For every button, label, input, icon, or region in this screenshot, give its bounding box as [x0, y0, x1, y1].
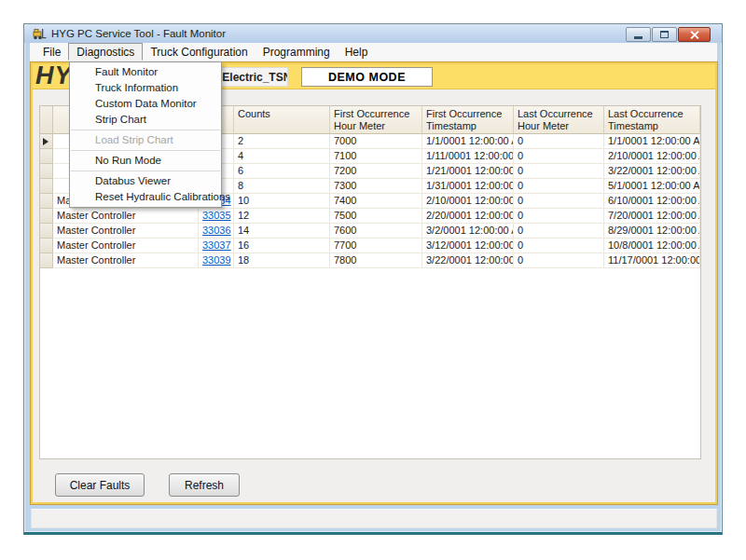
cell-first_ts[interactable]: 1/21/0001 12:00:00 AM: [422, 164, 514, 179]
maximize-button[interactable]: [652, 27, 677, 42]
cell-last_ts[interactable]: 8/29/0001 12:00:00 AM: [604, 224, 700, 239]
app-window: HYG PC Service Tool - Fault Monitor File…: [23, 23, 723, 535]
cell-last_hour[interactable]: 0: [514, 253, 604, 268]
fault-code-link[interactable]: 33037: [202, 239, 231, 251]
menu-item-diagnostics[interactable]: Diagnostics: [68, 43, 143, 61]
column-header-last_hour[interactable]: Last Occurrence Hour Meter: [514, 106, 604, 134]
menu-separator: [71, 171, 220, 171]
dropdown-item-fault-monitor[interactable]: Fault Monitor: [70, 64, 221, 80]
cell-first_ts[interactable]: 3/2/0001 12:00:00 AM: [422, 224, 514, 239]
cell-first_hour[interactable]: 7600: [330, 224, 422, 239]
column-header-last_ts[interactable]: Last Occurrence Timestamp: [604, 106, 700, 134]
row-header-cell[interactable]: [40, 253, 53, 268]
cell-code[interactable]: 33035: [199, 209, 234, 224]
cell-first_hour[interactable]: 7000: [330, 134, 422, 149]
cell-last_ts[interactable]: 7/20/0001 12:00:00 AM: [604, 209, 700, 224]
cell-source[interactable]: Master Controller: [53, 239, 199, 253]
dropdown-item-truck-information[interactable]: Truck Information: [70, 80, 221, 96]
cell-last_ts[interactable]: 1/1/0001 12:00:00 AM: [604, 134, 700, 149]
cell-counts[interactable]: 16: [234, 239, 330, 253]
fault-code-link[interactable]: 33039: [202, 254, 231, 266]
table-row[interactable]: Master Controller330361476003/2/0001 12:…: [40, 224, 700, 239]
fault-code-link[interactable]: 33036: [202, 225, 231, 236]
refresh-button[interactable]: Refresh: [169, 473, 240, 497]
cell-last_hour[interactable]: 0: [514, 149, 604, 164]
column-header-first_hour[interactable]: First Occurrence Hour Meter: [330, 106, 422, 134]
diagnostics-dropdown-menu: Fault MonitorTruck InformationCustom Dat…: [69, 61, 222, 208]
cell-last_hour[interactable]: 0: [514, 194, 604, 209]
dropdown-item-custom-data-monitor[interactable]: Custom Data Monitor: [70, 96, 221, 112]
cell-first_hour[interactable]: 7500: [330, 209, 422, 224]
cell-first_hour[interactable]: 7300: [330, 179, 422, 194]
cell-code[interactable]: 33036: [199, 224, 234, 239]
cell-counts[interactable]: 6: [234, 164, 330, 179]
cell-first_hour[interactable]: 7200: [330, 164, 422, 179]
cell-last_ts[interactable]: 2/10/0001 12:00:00 AM: [604, 149, 700, 164]
cell-last_ts[interactable]: 6/10/0001 12:00:00 AM: [604, 194, 700, 209]
column-header-first_ts[interactable]: First Occurrence Timestamp: [422, 106, 514, 134]
table-row[interactable]: Master Controller330371677003/12/0001 12…: [40, 239, 700, 253]
cell-last_hour[interactable]: 0: [514, 164, 604, 179]
cell-first_hour[interactable]: 7100: [330, 149, 422, 164]
cell-first_ts[interactable]: 1/31/0001 12:00:00 AM: [422, 179, 514, 194]
cell-last_ts[interactable]: 11/17/0001 12:00:00 AM: [604, 253, 700, 268]
dropdown-item-no-run-mode[interactable]: No Run Mode: [70, 153, 221, 169]
cell-counts[interactable]: 4: [234, 149, 330, 164]
menu-item-help[interactable]: Help: [338, 43, 376, 61]
cell-code[interactable]: 33039: [199, 253, 234, 268]
row-header-cell[interactable]: [40, 239, 53, 253]
cell-last_ts[interactable]: 5/1/0001 12:00:00 AM: [604, 179, 700, 194]
dropdown-item-strip-chart[interactable]: Strip Chart: [70, 112, 221, 128]
menu-item-file[interactable]: File: [35, 43, 68, 61]
dropdown-item-databus-viewer[interactable]: Databus Viewer: [70, 173, 221, 189]
cell-counts[interactable]: 18: [234, 253, 330, 268]
table-row[interactable]: Master Controller330351275002/20/0001 12…: [40, 209, 700, 224]
cell-first_ts[interactable]: 2/10/0001 12:00:00 AM: [422, 194, 514, 209]
cell-counts[interactable]: 8: [234, 179, 330, 194]
cell-last_hour[interactable]: 0: [514, 179, 604, 194]
cell-first_ts[interactable]: 1/11/0001 12:00:00 AM: [422, 149, 514, 164]
column-header-counts[interactable]: Counts: [234, 106, 330, 134]
cell-counts[interactable]: 12: [234, 209, 330, 224]
close-button[interactable]: [678, 27, 711, 42]
cell-counts[interactable]: 10: [234, 194, 330, 209]
row-header-cell[interactable]: [40, 194, 53, 209]
row-header-cell[interactable]: [40, 224, 53, 239]
cell-last_hour[interactable]: 0: [514, 239, 604, 253]
cell-first_ts[interactable]: 3/12/0001 12:00:00 AM: [422, 239, 514, 253]
dropdown-item-reset-hydraulic-calibrations[interactable]: Reset Hydraulic Calibrations: [70, 189, 221, 205]
cell-last_hour[interactable]: 0: [514, 224, 604, 239]
row-header-cell[interactable]: [40, 149, 53, 164]
cell-first_ts[interactable]: 2/20/0001 12:00:00 AM: [422, 209, 514, 224]
cell-first_hour[interactable]: 7800: [330, 253, 422, 268]
cell-last_ts[interactable]: 3/22/0001 12:00:00 AM: [604, 164, 700, 179]
cell-last_hour[interactable]: 0: [514, 134, 604, 149]
row-header-cell[interactable]: [40, 209, 53, 224]
maximize-icon: [660, 31, 669, 38]
title-bar[interactable]: HYG PC Service Tool - Fault Monitor: [24, 24, 722, 43]
row-header-cell[interactable]: [40, 134, 53, 149]
cell-first_hour[interactable]: 7700: [330, 239, 422, 253]
cell-last_hour[interactable]: 0: [514, 209, 604, 224]
cell-last_ts[interactable]: 10/8/0001 12:00:00 AM: [604, 239, 700, 253]
truck-name-box: GElectric_TSN: [211, 67, 288, 87]
cell-source[interactable]: Master Controller: [53, 253, 199, 268]
cell-counts[interactable]: 2: [234, 134, 330, 149]
cell-first_hour[interactable]: 7400: [330, 194, 422, 209]
row-header-cell[interactable]: [40, 179, 53, 194]
clear-faults-button[interactable]: Clear Faults: [55, 473, 145, 497]
cell-source[interactable]: Master Controller: [53, 224, 199, 239]
demo-mode-badge: DEMO MODE: [301, 67, 433, 87]
fault-code-link[interactable]: 33035: [202, 210, 231, 221]
cell-first_ts[interactable]: 3/22/0001 12:00:00 AM: [422, 253, 514, 268]
menu-item-programming[interactable]: Programming: [256, 43, 338, 61]
dropdown-item-load-strip-chart: Load Strip Chart: [70, 132, 221, 148]
cell-first_ts[interactable]: 1/1/0001 12:00:00 AM: [422, 134, 514, 149]
minimize-button[interactable]: [626, 27, 651, 42]
row-header-cell[interactable]: [40, 164, 53, 179]
cell-source[interactable]: Master Controller: [53, 209, 199, 224]
menu-item-truck-configuration[interactable]: Truck Configuration: [143, 43, 255, 61]
table-row[interactable]: Master Controller330391878003/22/0001 12…: [40, 253, 700, 268]
cell-counts[interactable]: 14: [234, 224, 330, 239]
cell-code[interactable]: 33037: [199, 239, 234, 253]
